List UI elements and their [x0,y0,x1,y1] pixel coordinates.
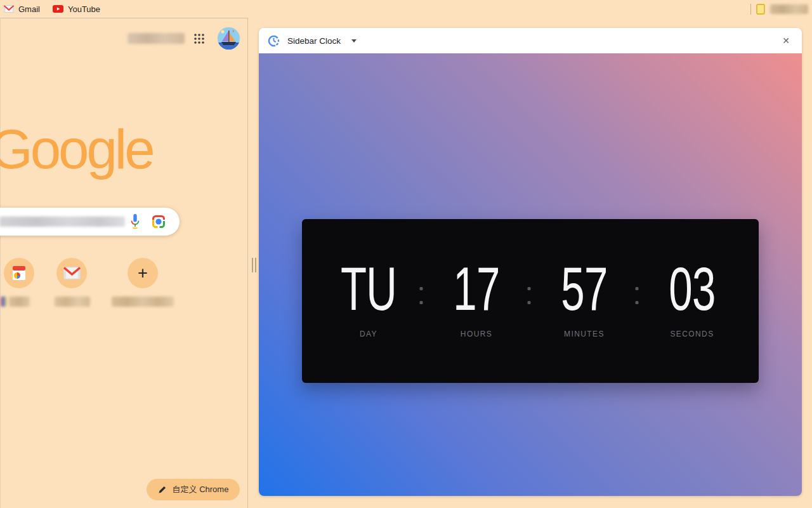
yellow-note-icon[interactable] [756,4,765,15]
hours-value: 17 [439,258,514,319]
redacted-search-text [0,217,125,227]
camera-lens-icon[interactable] [152,215,166,229]
customize-chrome-label: 自定义 Chrome [173,484,229,495]
search-bar[interactable] [0,208,180,236]
customize-chrome-button[interactable]: 自定义 Chrome [147,479,240,500]
bookmarks-bar: Gmail YouTube [0,0,812,18]
side-panel-title: Sidebar Clock [287,36,341,46]
clock-unit-minutes: 57 MINUTES [530,258,638,338]
clock-unit-hours: 17 HOURS [422,258,530,338]
redacted-shortcut-label-2 [55,297,90,307]
sidepanel-resize-handle[interactable] [252,258,257,272]
bookmark-gmail[interactable]: Gmail [4,4,40,14]
bookmarks-divider [750,4,751,15]
clock-icon [268,35,280,47]
add-shortcut-button[interactable]: + [128,258,158,288]
day-value: TU [331,258,407,319]
redacted-shortcut-label-3 [112,297,174,307]
shortcut-tile-1[interactable] [4,258,34,288]
mic-icon[interactable] [130,213,140,229]
clock-unit-day: TU DAY [315,258,422,338]
redacted-bookmark-label [770,4,808,14]
clock-unit-seconds: 03 SECONDS [638,258,746,338]
pencil-icon [158,485,167,494]
day-label: DAY [315,330,422,338]
bookmark-youtube[interactable]: YouTube [53,4,100,14]
close-icon[interactable]: ✕ [779,34,793,48]
caret-down-icon[interactable] [351,39,357,43]
redacted-account-text [128,33,185,44]
side-panel-header: Sidebar Clock ✕ [259,28,802,53]
minutes-label: MINUTES [530,330,638,338]
bookmark-youtube-label: YouTube [68,4,100,14]
google-newtab-panel: Google [0,18,248,508]
hours-label: HOURS [422,330,530,338]
plus-icon: + [138,265,148,282]
side-panel: Sidebar Clock ✕ TU DAY 17 HOURS 57 MINUT… [259,28,802,496]
apps-grid-icon[interactable] [192,32,206,46]
redacted-shortcut-label-1 [9,297,30,307]
shortcut-tile-gmail[interactable] [56,258,87,288]
clock-gradient-background: TU DAY 17 HOURS 57 MINUTES 03 SECONDS [259,53,802,496]
google-logo: Google [0,117,153,181]
seconds-label: SECONDS [638,330,746,338]
profile-avatar[interactable] [218,27,240,50]
minutes-value: 57 [547,258,622,319]
redacted-shortcut-favicon [1,297,6,307]
digital-clock-card: TU DAY 17 HOURS 57 MINUTES 03 SECONDS [302,219,759,383]
bookmark-gmail-label: Gmail [18,4,40,14]
clock-row: TU DAY 17 HOURS 57 MINUTES 03 SECONDS [302,219,759,338]
seconds-value: 03 [655,258,730,319]
gmail-icon [4,5,14,13]
youtube-icon [53,5,63,13]
